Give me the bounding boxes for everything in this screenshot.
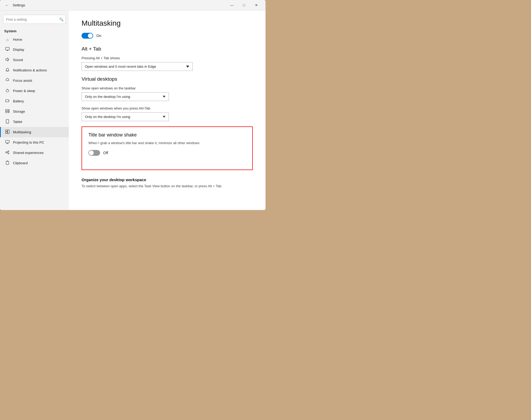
content-area: 🔍 System ⌂ Home Display Sound bbox=[0, 11, 266, 210]
title-bar-toggle-row: Off bbox=[88, 150, 246, 156]
sidebar-label-multitasking: Multitasking bbox=[13, 130, 31, 134]
alt-tab-virtual-label: Show open windows when you press Alt+Tab bbox=[82, 106, 253, 110]
close-button[interactable]: ✕ bbox=[250, 0, 262, 11]
sidebar-label-tablet: Tablet bbox=[13, 120, 22, 124]
snap-toggle-row: On bbox=[82, 33, 253, 39]
taskbar-field-label: Show open windows on the taskbar bbox=[82, 86, 253, 90]
sidebar-label-sound: Sound bbox=[13, 58, 23, 62]
organize-title: Organize your desktop workspace bbox=[82, 177, 253, 182]
sidebar-item-notifications[interactable]: Notifications & actions bbox=[0, 65, 69, 75]
sidebar-item-home[interactable]: ⌂ Home bbox=[0, 35, 69, 44]
virtual-desktops-title: Virtual desktops bbox=[82, 76, 253, 82]
organize-section: Organize your desktop workspace To switc… bbox=[82, 177, 253, 189]
svg-rect-26 bbox=[6, 161, 9, 165]
sidebar-item-multitasking[interactable]: Multitasking bbox=[0, 127, 69, 137]
focus-icon bbox=[5, 78, 10, 83]
svg-marker-29 bbox=[163, 116, 165, 118]
settings-window: ← Settings — □ ✕ 🔍 System ⌂ Home Displ bbox=[0, 0, 266, 210]
svg-line-24 bbox=[7, 152, 8, 152]
taskbar-chevron-icon bbox=[163, 96, 165, 98]
sidebar-item-shared[interactable]: Shared experiences bbox=[0, 148, 69, 158]
alt-tab-chevron-icon bbox=[186, 66, 189, 68]
sidebar-label-focus: Focus assist bbox=[13, 79, 32, 83]
title-bar-description: When I grab a window's title bar and sha… bbox=[88, 140, 246, 146]
sidebar-item-power[interactable]: Power & sleep bbox=[0, 86, 69, 96]
taskbar-dropdown[interactable]: Only on the desktop I'm using bbox=[82, 92, 169, 101]
window-controls: — □ ✕ bbox=[226, 0, 262, 11]
power-icon bbox=[5, 88, 10, 93]
sound-icon bbox=[5, 57, 10, 62]
taskbar-dropdown-value: Only on the desktop I'm using bbox=[85, 95, 130, 99]
alt-tab-section: Alt + Tab Pressing Alt + Tab shows Open … bbox=[82, 46, 253, 71]
svg-rect-15 bbox=[6, 130, 7, 131]
alt-tab-virtual-dropdown[interactable]: Only on the desktop I'm using bbox=[82, 112, 169, 121]
search-container: 🔍 bbox=[3, 15, 66, 24]
alt-tab-dropdown[interactable]: Open windows and 5 most recent tabs in E… bbox=[82, 62, 193, 71]
alt-tab-title: Alt + Tab bbox=[82, 46, 253, 52]
page-title: Multitasking bbox=[82, 19, 253, 28]
sidebar-label-shared: Shared experiences bbox=[13, 151, 44, 155]
title-bar-toggle-label: Off bbox=[103, 151, 108, 155]
window-title: Settings bbox=[13, 3, 25, 7]
title-bar-section: Title bar window shake When I grab a win… bbox=[82, 126, 253, 170]
back-button[interactable]: ← bbox=[3, 2, 11, 9]
svg-rect-17 bbox=[8, 130, 9, 134]
sidebar-label-home: Home bbox=[13, 38, 22, 42]
sidebar-item-storage[interactable]: Storage bbox=[0, 106, 69, 117]
sidebar-item-focus[interactable]: Focus assist bbox=[0, 75, 69, 86]
snap-toggle[interactable] bbox=[82, 33, 93, 39]
alt-tab-field-label: Pressing Alt + Tab shows bbox=[82, 56, 253, 60]
sidebar-item-projecting[interactable]: Projecting to this PC bbox=[0, 137, 69, 148]
svg-marker-27 bbox=[186, 66, 189, 68]
sidebar-label-storage: Storage bbox=[13, 109, 25, 113]
sidebar-item-sound[interactable]: Sound bbox=[0, 55, 69, 65]
svg-point-23 bbox=[8, 153, 9, 154]
search-icon: 🔍 bbox=[59, 17, 64, 21]
sidebar-label-power: Power & sleep bbox=[13, 89, 35, 93]
organize-description: To switch between open apps, select the … bbox=[82, 184, 253, 189]
title-bar-title: Title bar window shake bbox=[88, 132, 246, 138]
sidebar-label-display: Display bbox=[13, 48, 24, 52]
svg-marker-28 bbox=[163, 96, 165, 98]
tablet-icon bbox=[5, 119, 10, 124]
alt-tab-virtual-chevron-icon bbox=[163, 116, 165, 118]
svg-point-12 bbox=[8, 112, 9, 112]
sidebar-item-clipboard[interactable]: Clipboard bbox=[0, 158, 69, 168]
title-bar-toggle[interactable] bbox=[88, 150, 100, 156]
battery-icon bbox=[5, 99, 10, 104]
alt-tab-dropdown-value: Open windows and 5 most recent tabs in E… bbox=[85, 65, 156, 69]
sidebar-label-projecting: Projecting to this PC bbox=[13, 140, 44, 144]
sidebar-label-clipboard: Clipboard bbox=[13, 161, 28, 165]
sidebar-item-display[interactable]: Display bbox=[0, 44, 69, 55]
svg-point-11 bbox=[8, 110, 9, 111]
svg-rect-18 bbox=[6, 140, 9, 143]
svg-point-22 bbox=[8, 151, 9, 152]
sidebar-item-tablet[interactable]: Tablet bbox=[0, 117, 69, 127]
sidebar-section-label: System bbox=[0, 27, 69, 35]
svg-point-21 bbox=[6, 152, 7, 153]
alt-tab-virtual-value: Only on the desktop I'm using bbox=[85, 115, 130, 119]
multitasking-icon bbox=[5, 130, 10, 135]
svg-rect-16 bbox=[6, 132, 7, 134]
maximize-button[interactable]: □ bbox=[238, 0, 250, 11]
storage-icon bbox=[5, 109, 10, 114]
titlebar: ← Settings — □ ✕ bbox=[0, 0, 266, 11]
snap-toggle-label: On bbox=[96, 34, 101, 38]
minimize-button[interactable]: — bbox=[226, 0, 238, 11]
projecting-icon bbox=[5, 140, 10, 145]
virtual-desktops-section: Virtual desktops Show open windows on th… bbox=[82, 76, 253, 121]
sidebar: 🔍 System ⌂ Home Display Sound bbox=[0, 11, 69, 210]
shared-icon bbox=[5, 150, 10, 155]
main-content: Multitasking On Alt + Tab Pressing Alt +… bbox=[69, 11, 266, 210]
sidebar-label-battery: Battery bbox=[13, 99, 24, 103]
svg-rect-0 bbox=[6, 47, 9, 50]
svg-rect-6 bbox=[6, 100, 9, 102]
svg-line-25 bbox=[7, 153, 8, 153]
search-input[interactable] bbox=[3, 15, 66, 24]
notifications-icon bbox=[5, 68, 10, 73]
sidebar-label-notifications: Notifications & actions bbox=[13, 68, 47, 72]
home-icon: ⌂ bbox=[5, 37, 10, 42]
clipboard-icon bbox=[5, 161, 10, 166]
sidebar-item-battery[interactable]: Battery bbox=[0, 96, 69, 106]
display-icon bbox=[5, 47, 10, 52]
